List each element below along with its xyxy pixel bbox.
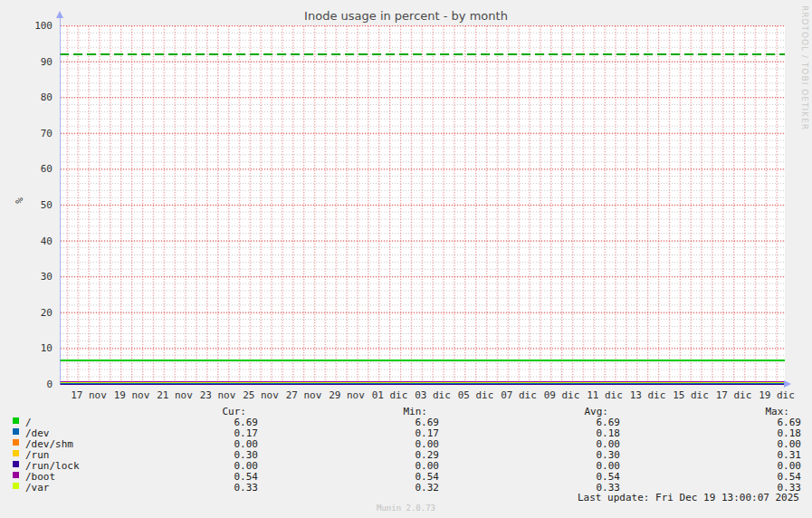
y-tick-label-30: 30 [13,271,53,283]
x-tick-label-21-nov: 21 nov [157,389,193,401]
legend-swatch-dev-shm [13,439,19,446]
x-tick-label-01-dic: 01 dic [372,389,408,401]
y-tick-label-0: 0 [13,379,53,390]
series-line-root [60,360,785,361]
y-tick-label-70: 70 [13,128,53,139]
x-tick-label-17-nov: 17 nov [71,389,107,401]
x-tick-label-19-dic: 19 dic [759,389,795,401]
chart-title: Inode usage in percent - by month [0,9,812,23]
x-axis-arrow-icon [784,380,791,388]
legend-swatch-run-lock [13,461,19,467]
legend-swatch-boot [13,472,19,478]
x-tick-label-11-dic: 11 dic [587,389,623,401]
x-tick-label-13-dic: 13 dic [630,389,666,401]
rrdtool-watermark: RRDTOOL / TOBI OETIKER [800,5,809,130]
x-tick-label-19-nov: 19 nov [114,389,150,401]
x-tick-label-07-dic: 07 dic [501,389,537,401]
y-tick-label-100: 100 [13,20,53,32]
y-tick-label-50: 50 [13,199,53,211]
munin-version-text: Munin 2.0.73 [0,504,812,513]
x-tick-label-23-nov: 23 nov [200,389,236,401]
series-line-run-lock [60,384,785,385]
warning-limit-line [60,53,785,55]
y-tick-label-90: 90 [13,56,53,68]
legend-swatch-var [13,483,19,489]
y-tick-label-60: 60 [13,163,53,175]
legend-min-var: 0.32 [312,482,439,494]
x-tick-label-25-nov: 25 nov [243,389,279,401]
legend-swatch-run [13,450,19,456]
y-tick-label-80: 80 [13,91,53,103]
legend-label-var: /var [25,482,50,494]
x-tick-label-17-dic: 17 dic [716,389,752,401]
x-tick-label-05-dic: 05 dic [458,389,494,401]
munin-inode-usage-graph: Inode usage in percent - by month RRDTOO… [0,0,812,518]
y-axis-line [60,18,61,385]
x-tick-label-29-nov: 29 nov [329,389,365,401]
legend-swatch-root [13,417,19,424]
x-tick-label-09-dic: 09 dic [544,389,580,401]
legend-swatch-dev [13,428,19,435]
x-tick-label-15-dic: 15 dic [673,389,709,401]
last-update-text: Last update: Fri Dec 19 13:00:07 2025 [437,492,799,504]
plot-area [60,25,785,385]
y-tick-label-10: 10 [13,342,53,354]
y-tick-label-40: 40 [13,235,53,247]
x-tick-label-27-nov: 27 nov [286,389,322,401]
series-line-var [60,382,785,383]
legend-cur-var: 0.33 [131,482,258,494]
y-axis-arrow-icon [56,11,63,18]
y-tick-label-20: 20 [13,307,53,319]
x-tick-label-03-dic: 03 dic [415,389,451,401]
